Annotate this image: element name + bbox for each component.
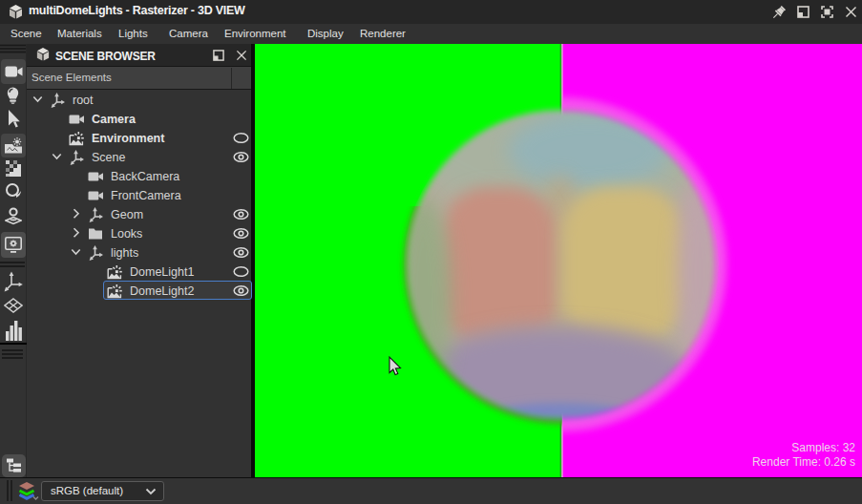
svg-text:Render Time: 0.26 s: Render Time: 0.26 s bbox=[752, 455, 855, 469]
svg-text:Samples: 32: Samples: 32 bbox=[791, 441, 855, 454]
